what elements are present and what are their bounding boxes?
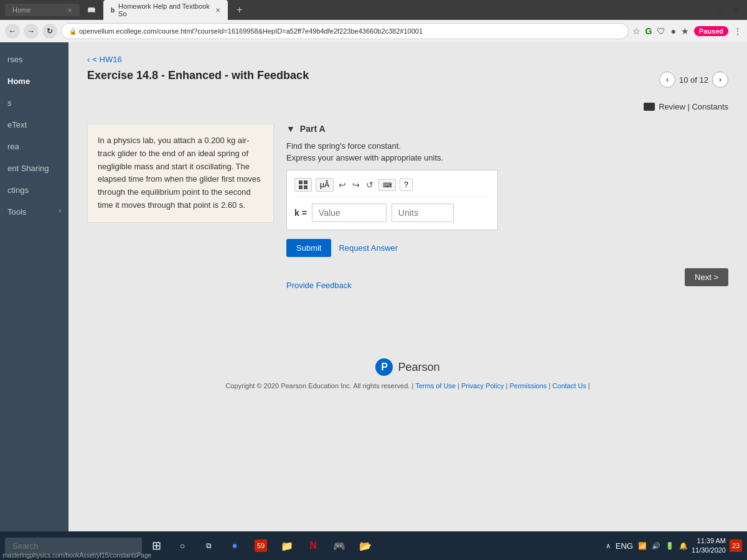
notification-badge: 59 bbox=[255, 539, 267, 552]
volume-icon[interactable]: 🔊 bbox=[652, 542, 660, 550]
tab-home-close[interactable]: ✕ bbox=[67, 7, 72, 14]
address-bar[interactable]: 🔒 openvellum.ecollege.com/course.html?co… bbox=[61, 23, 629, 39]
sidebar-item-sharing[interactable]: ent Sharing bbox=[0, 157, 68, 179]
sidebar-item-ctings[interactable]: ctings bbox=[0, 179, 68, 201]
instruction1: Find the spring's force constant. bbox=[286, 141, 728, 151]
next-question-button[interactable]: › bbox=[712, 72, 728, 88]
request-answer-link[interactable]: Request Answer bbox=[339, 243, 398, 253]
action-row: Submit Request Answer bbox=[286, 239, 728, 257]
tab-bar: Home ✕ 📖 b Homework Help and Textbook So… bbox=[0, 0, 747, 20]
browser-toolbar-icons: ☆ G 🛡 ● ★ Paused ⋮ bbox=[632, 26, 743, 36]
exercise-title: Exercise 14.8 - Enhanced - with Feedback bbox=[87, 69, 309, 82]
taskbar-folder-button[interactable]: 📁 bbox=[275, 534, 299, 558]
notifications-icon[interactable]: 🔔 bbox=[679, 542, 688, 550]
sidebar-item-home-label: Home bbox=[7, 77, 30, 86]
part-header: ▼ Part A bbox=[286, 124, 728, 134]
forward-button[interactable]: → bbox=[24, 24, 39, 39]
answer-box: μÂ ↩ ↪ ↺ ⌨ ? k = bbox=[286, 170, 498, 230]
grid-toolbar-button[interactable] bbox=[294, 178, 312, 192]
address-bar-row: ← → ↻ 🔒 openvellum.ecollege.com/course.h… bbox=[0, 20, 747, 42]
copyright-text: Copyright © 2020 Pearson Education Inc. … bbox=[87, 382, 728, 390]
notification-count-badge[interactable]: 23 bbox=[730, 539, 742, 552]
tab-active-label: Homework Help and Textbook So bbox=[118, 2, 212, 17]
sidebar-item-s[interactable]: s bbox=[0, 92, 68, 114]
prev-question-button[interactable]: ‹ bbox=[659, 72, 675, 88]
main-layout: rses Home s eText rea ent Sharing ctings… bbox=[0, 42, 747, 560]
answer-row: k = bbox=[294, 203, 490, 222]
network-icon: 📶 bbox=[638, 542, 647, 550]
permissions-link[interactable]: Permissions bbox=[509, 382, 547, 390]
mu-toolbar-button[interactable]: μÂ bbox=[316, 178, 334, 192]
sidebar: rses Home s eText rea ent Sharing ctings… bbox=[0, 42, 68, 560]
units-input[interactable] bbox=[392, 203, 454, 222]
taskbar-badge[interactable]: 59 bbox=[249, 534, 273, 558]
nav-counter: 10 of 12 bbox=[679, 75, 708, 85]
toolbar-row: μÂ ↩ ↪ ↺ ⌨ ? bbox=[294, 178, 490, 197]
g-icon: G bbox=[646, 26, 652, 36]
hw-back-link[interactable]: ‹ < HW16 bbox=[87, 55, 728, 64]
help-toolbar-button[interactable]: ? bbox=[400, 179, 413, 191]
close-window-button[interactable]: ✕ bbox=[729, 5, 742, 16]
answer-panel: ▼ Part A Find the spring's force constan… bbox=[286, 124, 728, 290]
sidebar-item-courses-label: rses bbox=[7, 55, 23, 64]
review-book-icon bbox=[644, 103, 655, 111]
lock-icon: 🔒 bbox=[69, 28, 77, 35]
problem-panel: In a physics lab, you attach a 0.200 kg … bbox=[87, 124, 274, 290]
review-constants-link[interactable]: Review | Constants bbox=[659, 102, 728, 111]
k-label: k = bbox=[294, 208, 307, 218]
shield-icon: 🛡 bbox=[657, 26, 665, 36]
browser-chrome: Home ✕ 📖 b Homework Help and Textbook So… bbox=[0, 0, 747, 42]
value-input[interactable] bbox=[312, 203, 387, 222]
submit-button[interactable]: Submit bbox=[286, 239, 331, 257]
terms-link[interactable]: Terms of Use bbox=[415, 382, 456, 390]
provide-feedback-link[interactable]: Provide Feedback bbox=[286, 281, 352, 290]
sidebar-item-rea[interactable]: rea bbox=[0, 136, 68, 157]
problem-text: In a physics lab, you attach a 0.200 kg … bbox=[87, 124, 274, 223]
tools-chevron-icon: › bbox=[59, 207, 61, 214]
menu-icon[interactable]: ⋮ bbox=[733, 26, 742, 36]
tab-active-icon: b bbox=[111, 7, 115, 14]
minimize-button[interactable]: ─ bbox=[698, 5, 710, 16]
up-arrow-icon[interactable]: ∧ bbox=[606, 542, 611, 550]
new-tab-button[interactable]: + bbox=[233, 4, 246, 16]
pearson-logo: P Pearson bbox=[87, 358, 728, 376]
next-button[interactable]: Next > bbox=[685, 268, 728, 286]
taskbar-steam-button[interactable]: 🎮 bbox=[327, 534, 351, 558]
content-area: ‹ < HW16 Exercise 14.8 - Enhanced - with… bbox=[68, 42, 747, 560]
sidebar-item-sharing-label: ent Sharing bbox=[7, 164, 49, 173]
contact-link[interactable]: Contact Us bbox=[552, 382, 586, 390]
tab-active-close[interactable]: ✕ bbox=[215, 7, 220, 14]
back-arrow-icon: ‹ bbox=[87, 55, 90, 64]
sidebar-item-courses[interactable]: rses bbox=[0, 49, 68, 70]
instruction2: Express your answer with appropriate uni… bbox=[286, 153, 728, 162]
sidebar-item-etext[interactable]: eText bbox=[0, 114, 68, 136]
part-triangle-icon: ▼ bbox=[286, 124, 295, 134]
time-text: 11:39 AM bbox=[692, 536, 726, 546]
part-section: ▼ Part A Find the spring's force constan… bbox=[286, 124, 728, 257]
undo-toolbar-button[interactable]: ↩ bbox=[337, 179, 347, 191]
taskbar-cortana-button[interactable]: ○ bbox=[171, 534, 194, 558]
taskbar-files-button[interactable]: 📂 bbox=[354, 534, 377, 558]
book-icon: 📖 bbox=[87, 6, 96, 14]
refresh-button[interactable]: ↻ bbox=[42, 24, 57, 39]
paused-button[interactable]: Paused bbox=[694, 26, 728, 36]
maximize-button[interactable]: □ bbox=[713, 5, 725, 16]
refresh-toolbar-button[interactable]: ↺ bbox=[365, 179, 375, 191]
part-label: Part A bbox=[300, 124, 326, 134]
taskbar-chrome-button[interactable]: ● bbox=[223, 534, 247, 558]
tab-active[interactable]: b Homework Help and Textbook So ✕ bbox=[103, 0, 228, 20]
tab-home[interactable]: Home ✕ bbox=[5, 4, 80, 16]
taskbar: ⊞ ○ ⧉ ● 59 📁 N 🎮 📂 masteringphysics.com/… bbox=[0, 531, 747, 560]
redo-toolbar-button[interactable]: ↪ bbox=[351, 179, 361, 191]
keyboard-toolbar-button[interactable]: ⌨ bbox=[378, 179, 396, 191]
sidebar-item-tools[interactable]: Tools › bbox=[0, 201, 68, 223]
sidebar-item-tools-label: Tools bbox=[7, 207, 26, 217]
sidebar-item-home[interactable]: Home bbox=[0, 70, 68, 92]
taskbar-netflix-button[interactable]: N bbox=[301, 534, 325, 558]
star2-icon[interactable]: ★ bbox=[681, 26, 689, 36]
star-icon[interactable]: ☆ bbox=[632, 26, 641, 36]
taskbar-taskview-button[interactable]: ⧉ bbox=[197, 534, 220, 558]
back-button[interactable]: ← bbox=[5, 24, 20, 39]
taskbar-time-display[interactable]: 11:39 AM 11/30/2020 bbox=[692, 536, 726, 556]
privacy-link[interactable]: Privacy Policy bbox=[461, 382, 504, 390]
